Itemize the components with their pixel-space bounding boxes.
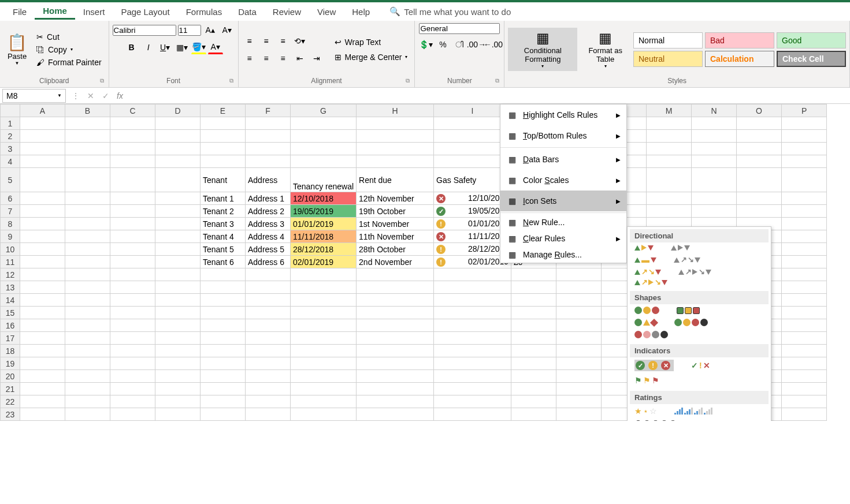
row-header-3[interactable]: 3: [1, 143, 20, 155]
cell-G22[interactable]: [291, 395, 357, 408]
cell-D11[interactable]: [155, 256, 201, 268]
iconset-3-arrows-gray[interactable]: [671, 245, 690, 251]
cell-H13[interactable]: [357, 281, 434, 294]
cell-H19[interactable]: [357, 357, 434, 370]
cell-F11[interactable]: Address 6: [246, 256, 291, 268]
cell-E14[interactable]: [201, 294, 246, 307]
cell-D15[interactable]: [155, 307, 201, 319]
cell-H4[interactable]: [357, 155, 434, 168]
cell-K20[interactable]: [556, 370, 602, 383]
iconset-5-arrows-gray[interactable]: ↗↘: [678, 269, 711, 275]
cell-K17[interactable]: [556, 332, 602, 345]
cell-B22[interactable]: [65, 395, 110, 408]
column-header-B[interactable]: B: [65, 104, 110, 117]
row-header-13[interactable]: 13: [1, 281, 20, 294]
iconset-3-traffic-unrimmed[interactable]: [634, 307, 659, 314]
cell-E9[interactable]: Tenant 4: [201, 230, 246, 243]
cell-C9[interactable]: [110, 230, 155, 243]
cell-G1[interactable]: [291, 117, 357, 130]
cell-O7[interactable]: [737, 205, 782, 218]
cell-G18[interactable]: [291, 345, 357, 357]
column-header-A[interactable]: A: [20, 104, 65, 117]
cell-I22[interactable]: [434, 395, 511, 408]
cell-P15[interactable]: [782, 307, 827, 319]
cell-P14[interactable]: [782, 294, 827, 307]
cut-button[interactable]: ✂Cut: [33, 31, 105, 43]
cell-D17[interactable]: [155, 332, 201, 345]
cell-N5[interactable]: [692, 168, 737, 192]
cell-K19[interactable]: [556, 357, 602, 370]
cell-F9[interactable]: Address 4: [246, 230, 291, 243]
dialog-launcher-icon[interactable]: ⧉: [100, 77, 104, 84]
cell-P21[interactable]: [782, 383, 827, 395]
cell-K18[interactable]: [556, 345, 602, 357]
cell-I13[interactable]: [434, 281, 511, 294]
cell-E23[interactable]: [201, 408, 246, 421]
cell-D18[interactable]: [155, 345, 201, 357]
cell-J19[interactable]: [511, 357, 556, 370]
cell-F19[interactable]: [246, 357, 291, 370]
cell-A4[interactable]: [20, 155, 65, 168]
cell-I20[interactable]: [434, 370, 511, 383]
row-header-1[interactable]: 1: [1, 117, 20, 130]
align-bottom-button[interactable]: ≡: [276, 34, 291, 48]
row-header-9[interactable]: 9: [1, 230, 20, 243]
cell-E7[interactable]: Tenant 2: [201, 205, 246, 218]
increase-decimal-button[interactable]: .00→: [469, 38, 484, 51]
cell-D12[interactable]: [155, 268, 201, 281]
italic-button[interactable]: I: [141, 40, 156, 54]
menu-top-bottom-rules[interactable]: ▦Top/Bottom Rules▶: [500, 125, 626, 146]
cell-B11[interactable]: [65, 256, 110, 268]
cell-E10[interactable]: Tenant 5: [201, 243, 246, 256]
iconset-4-ratings-bars[interactable]: [674, 406, 712, 416]
cell-M2[interactable]: [647, 130, 692, 143]
cell-D14[interactable]: [155, 294, 201, 307]
cell-P18[interactable]: [782, 345, 827, 357]
cell-I14[interactable]: [434, 294, 511, 307]
cell-P5[interactable]: [782, 168, 827, 192]
cell-P22[interactable]: [782, 395, 827, 408]
row-header-6[interactable]: 6: [1, 192, 20, 205]
cell-B13[interactable]: [65, 281, 110, 294]
cell-B21[interactable]: [65, 383, 110, 395]
cell-P6[interactable]: [782, 192, 827, 205]
cell-F15[interactable]: [246, 307, 291, 319]
iconset-3-symbols-circled[interactable]: ✓!✕: [634, 360, 674, 371]
cell-D4[interactable]: [155, 155, 201, 168]
font-color-button[interactable]: A▾: [208, 40, 223, 54]
cell-B12[interactable]: [65, 268, 110, 281]
cell-G4[interactable]: [291, 155, 357, 168]
column-header-M[interactable]: M: [647, 104, 692, 117]
cell-M3[interactable]: [647, 143, 692, 155]
increase-indent-button[interactable]: ⇥: [309, 51, 324, 65]
cell-C13[interactable]: [110, 281, 155, 294]
cell-P2[interactable]: [782, 130, 827, 143]
cell-C16[interactable]: [110, 319, 155, 332]
cell-O6[interactable]: [737, 192, 782, 205]
cell-A5[interactable]: [20, 168, 65, 192]
cell-E13[interactable]: [201, 281, 246, 294]
cell-J22[interactable]: [511, 395, 556, 408]
cell-D16[interactable]: [155, 319, 201, 332]
cell-F16[interactable]: [246, 319, 291, 332]
cell-N2[interactable]: [692, 130, 737, 143]
cell-F6[interactable]: Address 1: [246, 192, 291, 205]
cell-C2[interactable]: [110, 130, 155, 143]
cell-E17[interactable]: [201, 332, 246, 345]
cell-E18[interactable]: [201, 345, 246, 357]
cell-P3[interactable]: [782, 143, 827, 155]
tab-formulas[interactable]: Formulas: [178, 5, 231, 19]
cell-F20[interactable]: [246, 370, 291, 383]
cell-H12[interactable]: [357, 268, 434, 281]
menu-new-rule[interactable]: ▦New Rule...: [500, 214, 626, 230]
cell-D13[interactable]: [155, 281, 201, 294]
align-right-button[interactable]: ≡: [276, 51, 291, 65]
cell-F18[interactable]: [246, 345, 291, 357]
iconset-3-triangles[interactable]: ▬: [634, 255, 656, 264]
cell-P11[interactable]: [782, 256, 827, 268]
cell-I12[interactable]: [434, 268, 511, 281]
cell-F3[interactable]: [246, 143, 291, 155]
cell-G13[interactable]: [291, 281, 357, 294]
iconset-4-red-black[interactable]: [634, 331, 668, 338]
cell-H7[interactable]: 19th October: [357, 205, 434, 218]
